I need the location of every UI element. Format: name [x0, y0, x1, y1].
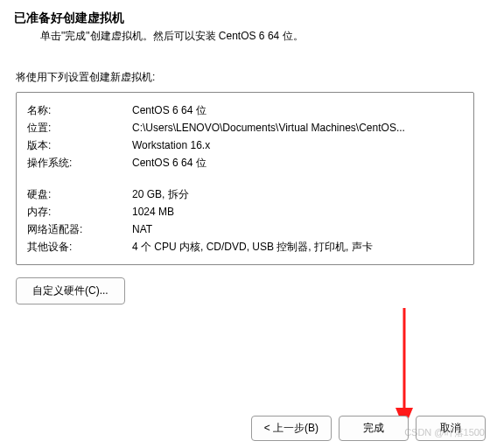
summary-row-value: Workstation 16.x [132, 136, 463, 154]
summary-row-label: 操作系统: [27, 154, 132, 172]
back-button[interactable]: < 上一步(B) [251, 416, 332, 441]
summary-row-value: CentOS 6 64 位 [132, 102, 463, 119]
customize-hardware-button[interactable]: 自定义硬件(C)... [16, 277, 125, 304]
page-title: 已准备好创建虚拟机 [14, 10, 483, 26]
wizard-footer: < 上一步(B) 完成 取消 [251, 416, 486, 441]
summary-row-label: 网络适配器: [27, 220, 132, 238]
summary-row: 硬盘:20 GB, 拆分 [27, 186, 463, 203]
summary-row: 版本:Workstation 16.x [27, 136, 463, 154]
summary-row-label: 版本: [27, 136, 132, 154]
summary-row-label: 其他设备: [27, 238, 132, 256]
summary-row: 位置:C:\Users\LENOVO\Documents\Virtual Mac… [27, 119, 463, 136]
summary-row: 网络适配器:NAT [27, 220, 463, 238]
wizard-header: 已准备好创建虚拟机 单击"完成"创建虚拟机。然后可以安装 CentOS 6 64… [0, 0, 497, 51]
summary-row: 内存:1024 MB [27, 203, 463, 220]
summary-row-label: 位置: [27, 119, 132, 136]
summary-row-value: 4 个 CPU 内核, CD/DVD, USB 控制器, 打印机, 声卡 [132, 238, 463, 256]
summary-row: 其他设备:4 个 CPU 内核, CD/DVD, USB 控制器, 打印机, 声… [27, 238, 463, 256]
spacer [27, 172, 463, 186]
cancel-button[interactable]: 取消 [416, 416, 486, 441]
summary-row-label: 内存: [27, 203, 132, 220]
section-label: 将使用下列设置创建新虚拟机: [16, 70, 497, 85]
summary-row-label: 名称: [27, 102, 132, 119]
customize-row: 自定义硬件(C)... [16, 277, 481, 304]
summary-row-value: 1024 MB [132, 203, 463, 220]
finish-button[interactable]: 完成 [339, 416, 409, 441]
summary-row-value: CentOS 6 64 位 [132, 154, 463, 172]
summary-row-value: C:\Users\LENOVO\Documents\Virtual Machin… [132, 119, 463, 136]
annotation-arrow-icon [387, 308, 422, 430]
summary-panel: 名称:CentOS 6 64 位位置:C:\Users\LENOVO\Docum… [16, 92, 474, 265]
summary-row: 名称:CentOS 6 64 位 [27, 102, 463, 119]
summary-row-value: 20 GB, 拆分 [132, 186, 463, 203]
page-subtitle: 单击"完成"创建虚拟机。然后可以安装 CentOS 6 64 位。 [14, 29, 483, 44]
summary-row-value: NAT [132, 220, 463, 238]
summary-row-label: 硬盘: [27, 186, 132, 203]
summary-row: 操作系统:CentOS 6 64 位 [27, 154, 463, 172]
